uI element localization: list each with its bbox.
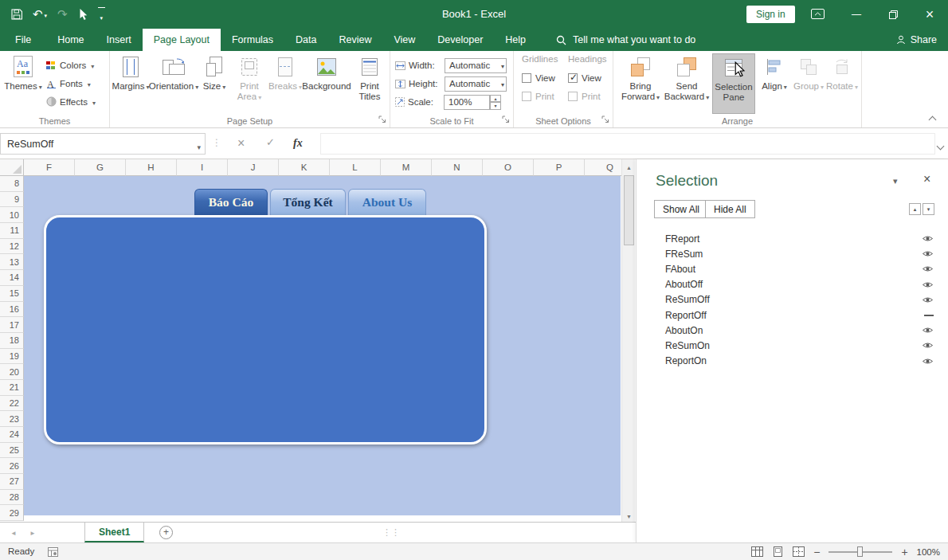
shape-list-item[interactable]: ReportOff [637,307,948,323]
tell-me-box[interactable]: Tell me what you want to do [556,29,695,51]
ribbon-tab[interactable]: Formulas [221,29,284,51]
row-header[interactable]: 14 [0,270,24,286]
visibility-toggle[interactable] [922,264,934,273]
shape-tab[interactable]: About Us [348,189,426,215]
show-all-button[interactable]: Show All [654,200,708,218]
headings-print-checkbox[interactable] [568,92,578,101]
spin-down-icon[interactable] [490,102,501,110]
visibility-toggle[interactable] [922,234,934,243]
row-header[interactable]: 25 [0,443,24,459]
row-header[interactable]: 13 [0,254,24,270]
name-box-dropdown-icon[interactable] [197,141,201,152]
column-header[interactable]: L [330,159,381,176]
scroll-down-button[interactable] [622,508,636,522]
ribbon-tab[interactable]: Insert [96,29,143,51]
pane-options-chevron-icon[interactable] [893,175,898,186]
row-header[interactable]: 10 [0,207,24,223]
row-header[interactable]: 20 [0,364,24,380]
file-tab[interactable]: File [0,29,46,51]
collapse-ribbon-button[interactable] [930,114,937,121]
row-header[interactable]: 15 [0,286,24,302]
dropdown-arrow-icon[interactable] [501,61,504,70]
close-button[interactable] [911,0,948,29]
row-header[interactable]: 17 [0,317,24,333]
column-header[interactable]: P [534,159,585,176]
row-header[interactable]: 22 [0,396,24,412]
column-header[interactable]: J [228,159,279,176]
shape-list-item[interactable]: FReSum [637,246,948,261]
ribbon-tab[interactable]: Developer [426,29,494,51]
ribbon-tab[interactable]: View [382,29,426,51]
shape-list-item[interactable]: ReportOn [637,354,948,369]
shape-list-item[interactable]: ReSumOff [637,292,948,307]
new-sheet-button[interactable] [159,526,173,539]
theme-effects-button[interactable]: Effects [46,93,96,110]
expand-formula-bar-icon[interactable] [938,140,943,151]
ribbon-tab[interactable]: Page Layout [143,29,221,51]
gridlines-print-row[interactable]: Print [522,92,554,101]
column-header[interactable]: G [75,159,126,176]
row-header[interactable]: 11 [0,223,24,239]
select-all-corner[interactable] [0,159,24,176]
restore-button[interactable] [875,0,911,29]
column-header[interactable]: M [381,159,432,176]
zoom-slider[interactable] [829,551,892,553]
theme-colors-button[interactable]: Colors [46,57,94,73]
group-button[interactable]: Group [793,53,824,114]
bring-forward-button[interactable]: Bring Forward [620,53,661,114]
record-macro-button[interactable] [48,547,58,557]
size-button[interactable]: Size [199,53,229,114]
zoom-slider-thumb[interactable] [857,546,863,557]
background-button[interactable]: Background [303,53,351,114]
rotate-button[interactable]: Rotate [825,53,859,114]
shape-list-item[interactable]: ReSumOn [637,338,948,353]
orientation-button[interactable]: Orientation [150,53,198,114]
row-header[interactable]: 12 [0,239,24,255]
headings-view-checkbox[interactable] [568,73,578,83]
column-header[interactable]: O [483,159,534,176]
shape-list-item[interactable]: FAbout [637,261,948,276]
margins-button[interactable]: Margins [113,53,148,114]
row-header[interactable]: 18 [0,333,24,349]
selection-pane-button[interactable]: Selection Pane [712,53,755,114]
enter-button[interactable] [266,136,275,148]
formula-input-field[interactable] [321,134,934,154]
select-objects-button[interactable] [78,8,88,21]
hide-all-button[interactable]: Hide All [705,200,755,218]
shape-list-item[interactable]: AboutOn [637,323,948,338]
zoom-level[interactable]: 100% [917,547,940,557]
page-break-view-button[interactable] [793,546,805,557]
previous-sheet-button[interactable] [8,527,19,538]
visibility-toggle[interactable] [922,280,934,289]
ribbon-tab[interactable]: Home [46,29,95,51]
sheet-tab-active[interactable]: Sheet1 [84,523,144,542]
row-header[interactable]: 28 [0,490,24,506]
gridlines-print-checkbox[interactable] [522,92,531,101]
shape-tab[interactable]: Báo Cáo [194,189,268,215]
row-header[interactable]: 26 [0,458,24,474]
theme-fonts-button[interactable]: A Fonts [46,75,91,92]
column-header[interactable]: F [24,159,75,176]
shape-tab[interactable]: Tổng Kết [270,189,346,215]
shape-list-item[interactable]: FReport [637,231,948,246]
zoom-in-button[interactable] [901,546,907,558]
cancel-button[interactable] [237,136,245,151]
headings-print-row[interactable]: Print [568,92,601,101]
next-sheet-button[interactable] [27,527,38,538]
scroll-up-button[interactable] [622,159,636,173]
dropdown-arrow-icon[interactable] [501,79,504,88]
row-header[interactable]: 29 [0,505,24,521]
spin-up-icon[interactable] [490,95,501,103]
visibility-toggle[interactable] [922,249,934,258]
column-header[interactable]: I [177,159,228,176]
column-header[interactable]: K [279,159,330,176]
pane-close-icon[interactable] [923,172,930,186]
themes-button[interactable]: Aa Themes [3,53,43,114]
main-panel-shape[interactable] [44,215,487,444]
share-button[interactable]: Share [896,29,937,51]
row-header[interactable]: 27 [0,474,24,490]
visibility-toggle[interactable] [922,357,934,366]
undo-dropdown-icon[interactable] [45,9,48,20]
height-combo[interactable]: Automatic [445,76,507,92]
gridlines-view-checkbox[interactable] [522,73,531,83]
